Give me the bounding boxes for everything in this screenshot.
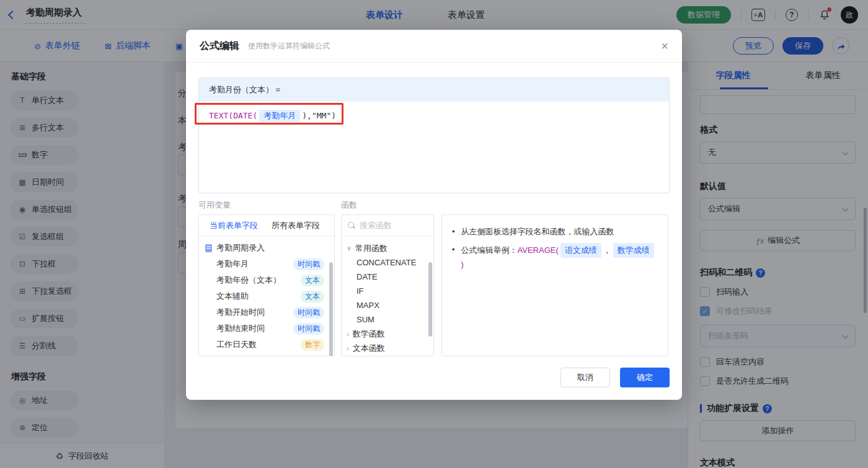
function-item[interactable]: CONCATENATE	[342, 255, 433, 270]
type-badge: 时间戳	[293, 307, 324, 319]
close-icon[interactable]: ×	[661, 40, 668, 52]
variables-panel: 当前表单字段 所有表单字段 考勤周期录入 考勤年月时间戳 考勤年份（文本）文本 …	[198, 214, 335, 356]
function-group-common[interactable]: ∨常用函数	[342, 241, 433, 255]
formula-target-line: 考勤月份（文本） =	[199, 78, 669, 102]
bullet-icon: •	[452, 243, 455, 272]
modal-header: 公式编辑 使用数学运算符编辑公式 ×	[186, 30, 682, 63]
function-item[interactable]: DATE	[342, 270, 433, 284]
type-badge: 文本	[301, 291, 324, 302]
function-item[interactable]: IF	[342, 284, 433, 298]
modal-footer: 取消 确定	[560, 368, 670, 387]
functions-tree: ∨常用函数 CONCATENATE DATE IF MAPX SUM ›数学函数…	[342, 236, 433, 355]
function-search-box	[342, 215, 433, 236]
modal-subtitle: 使用数学运算符编辑公式	[248, 41, 330, 51]
variable-row[interactable]: 考勤年月时间戳	[199, 256, 334, 272]
function-group-text[interactable]: ›文本函数	[342, 341, 433, 355]
tips-panel: • 从左侧面板选择字段名和函数，或输入函数 • 公式编辑举例：AVERAGE(语…	[441, 214, 668, 356]
tip-line-1: • 从左侧面板选择字段名和函数，或输入函数	[452, 225, 658, 239]
example-function-text: AVERAGE(	[518, 245, 559, 255]
function-search-input[interactable]	[360, 221, 422, 230]
formula-editor-box: 考勤月份（文本） = TEXT(DATE(考勤年月),"MM")	[198, 77, 670, 193]
function-item[interactable]: MAPX	[342, 298, 433, 312]
variables-label: 可用变量	[198, 200, 231, 211]
type-badge: 文本	[301, 275, 324, 286]
tab-current-form-fields[interactable]: 当前表单字段	[210, 220, 258, 231]
tab-all-form-fields[interactable]: 所有表单字段	[272, 220, 320, 231]
functions-scrollbar-thumb[interactable]	[428, 262, 432, 337]
formula-input-area[interactable]: TEXT(DATE(考勤年月),"MM")	[199, 102, 669, 130]
variable-row[interactable]: 文本辅助文本	[199, 288, 334, 304]
bullet-icon: •	[452, 225, 455, 239]
type-badge: 数字	[301, 339, 324, 351]
variables-scrollbar-thumb[interactable]	[329, 262, 333, 356]
chevron-collapsed-icon: ›	[347, 345, 349, 352]
variable-row[interactable]: 工作日天数数字	[199, 337, 334, 353]
tree-root-form[interactable]: 考勤周期录入	[199, 240, 334, 256]
function-item[interactable]: SUM	[342, 312, 433, 327]
chevron-collapsed-icon: ›	[347, 330, 349, 338]
variable-row[interactable]: 考勤年份（文本）文本	[199, 272, 334, 288]
chevron-expanded-icon: ∨	[347, 244, 352, 252]
search-icon	[348, 222, 355, 229]
type-badge: 时间戳	[293, 323, 324, 335]
form-doc-icon	[205, 244, 212, 252]
formula-rest-text: ),"MM")	[302, 111, 336, 120]
functions-panel: ∨常用函数 CONCATENATE DATE IF MAPX SUM ›数学函数…	[341, 214, 434, 356]
formula-editor-modal: 公式编辑 使用数学运算符编辑公式 × 考勤月份（文本） = TEXT(DATE(…	[186, 30, 682, 400]
variable-row[interactable]: 考勤结束时间时间戳	[199, 320, 334, 337]
modal-title: 公式编辑	[200, 40, 239, 53]
example-field-chip: 数学成绩	[613, 243, 654, 258]
tip-line-2: • 公式编辑举例：AVERAGE(语文成绩，数学成绩)	[452, 243, 658, 272]
variables-tree: 考勤周期录入 考勤年月时间戳 考勤年份（文本）文本 文本辅助文本 考勤开始时间时…	[199, 236, 334, 353]
app-root: 考勤周期录入 表单设计 表单设置 数据管理 A ? 政 ⊘表单外链 ⊠后端脚本 …	[0, 0, 868, 468]
type-badge: 时间戳	[293, 258, 324, 270]
example-field-chip: 语文成绩	[560, 243, 601, 258]
formula-field-chip[interactable]: 考勤年月	[259, 110, 300, 122]
formula-function-text: TEXT(DATE(	[209, 111, 257, 120]
functions-label: 函数	[341, 200, 357, 211]
cancel-button[interactable]: 取消	[560, 368, 610, 387]
confirm-button[interactable]: 确定	[620, 368, 670, 387]
variables-tabs: 当前表单字段 所有表单字段	[199, 215, 334, 236]
variable-row[interactable]: 考勤开始时间时间戳	[199, 304, 334, 320]
function-group-math[interactable]: ›数学函数	[342, 327, 433, 341]
